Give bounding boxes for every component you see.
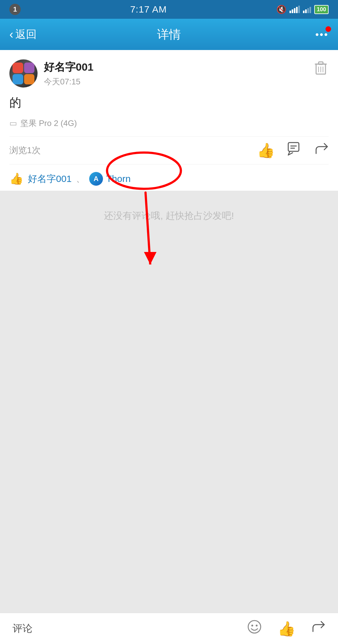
battery-indicator: 100 <box>314 5 329 14</box>
like-username-2: Thorn <box>106 174 131 184</box>
nav-title: 详情 <box>157 27 181 43</box>
signal-icon <box>289 6 300 13</box>
action-row: 浏览1次 👍 <box>9 136 329 164</box>
notification-badge: 1 <box>9 4 21 15</box>
share-button[interactable] <box>314 142 329 159</box>
post-time: 今天07:15 <box>44 76 94 87</box>
no-comments-text: 还没有评论哦, 赶快抢占沙发吧! <box>104 210 234 221</box>
notification-dot <box>325 26 331 32</box>
signal-icon-2 <box>303 6 311 13</box>
like-user-1[interactable]: 好名字001 <box>28 173 72 185</box>
like-username-1: 好名字001 <box>28 173 72 185</box>
thorn-avatar: A <box>89 172 103 186</box>
comment-input-label[interactable]: 评论 <box>13 622 33 636</box>
comment-button[interactable] <box>287 142 302 159</box>
post-card: 好名字001 今天07:15 的 ▭ 坚果 Pro 2 (4G) <box>0 50 338 191</box>
device-icon: ▭ <box>9 118 17 128</box>
avatar <box>9 59 38 88</box>
delete-button[interactable] <box>313 59 329 77</box>
back-arrow-icon: ‹ <box>9 28 13 41</box>
author-name: 好名字001 <box>44 60 94 74</box>
device-name: 坚果 Pro 2 (4G) <box>20 118 77 129</box>
post-content: 的 <box>9 94 329 112</box>
no-comments-area: 还没有评论哦, 赶快抢占沙发吧! <box>0 191 338 436</box>
emoji-button[interactable] <box>247 619 262 638</box>
author-row: 好名字001 今天07:15 <box>9 59 94 88</box>
status-bar-left: 1 <box>9 4 21 15</box>
bottom-icons: 👍 <box>247 619 325 638</box>
likes-thumb-icon: 👍 <box>9 172 23 185</box>
svg-point-13 <box>251 625 253 626</box>
bottom-like-button[interactable]: 👍 <box>278 620 295 637</box>
nav-right: ••• <box>315 29 329 40</box>
svg-rect-2 <box>319 62 323 64</box>
nav-bar: ‹ 返回 详情 ••• <box>0 19 338 50</box>
like-separator: 、 <box>76 173 85 185</box>
svg-point-14 <box>256 625 258 626</box>
view-count: 浏览1次 <box>9 144 41 156</box>
svg-rect-6 <box>288 143 299 151</box>
likes-row: 👍 好名字001 、 A Thorn <box>9 164 329 191</box>
status-bar-right: 🔇 100 <box>276 5 329 14</box>
bottom-bar: 评论 👍 <box>0 613 338 644</box>
author-info: 好名字001 今天07:15 <box>44 60 94 87</box>
status-time: 7:17 AM <box>130 4 167 15</box>
back-button[interactable]: ‹ 返回 <box>9 27 37 42</box>
bottom-share-button[interactable] <box>311 620 325 637</box>
mute-icon: 🔇 <box>276 5 286 14</box>
action-icons: 👍 <box>257 142 329 159</box>
like-button[interactable]: 👍 <box>257 142 275 159</box>
post-header: 好名字001 今天07:15 <box>9 59 329 88</box>
likes-section: 👍 好名字001 、 A Thorn <box>9 164 329 191</box>
status-bar: 1 7:17 AM 🔇 100 <box>0 0 338 19</box>
like-user-2[interactable]: A Thorn <box>89 172 131 186</box>
back-label: 返回 <box>15 27 37 42</box>
svg-point-12 <box>248 621 261 633</box>
post-device: ▭ 坚果 Pro 2 (4G) <box>9 118 329 129</box>
